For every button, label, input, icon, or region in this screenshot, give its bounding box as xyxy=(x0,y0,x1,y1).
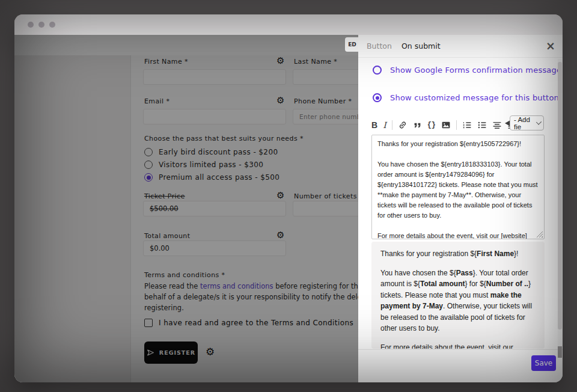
on-submit-panel: Button On submit × Show Google Forms con… xyxy=(358,35,563,382)
option-google-forms-message[interactable]: Show Google Forms confirmation message xyxy=(373,66,561,75)
ordered-list-icon[interactable] xyxy=(462,119,472,131)
blockquote-icon[interactable] xyxy=(413,119,422,131)
option-label: Show Google Forms confirmation message xyxy=(390,66,561,75)
save-button[interactable]: Save xyxy=(531,355,556,371)
traffic-light-dot xyxy=(49,22,55,28)
tab-button[interactable]: Button xyxy=(367,35,392,58)
preview-text: Total amount xyxy=(420,280,465,288)
traffic-light-dot xyxy=(28,22,34,28)
panel-scrollbar-thumb-lower[interactable] xyxy=(558,346,562,358)
preview-text: Number of .. xyxy=(486,280,528,288)
panel-footer: Save xyxy=(358,349,563,382)
align-center-icon[interactable] xyxy=(492,119,502,131)
message-editor-textarea[interactable]: Thanks for your registration ${entry1505… xyxy=(371,135,545,239)
preview-text: } for ${ xyxy=(465,280,486,288)
traffic-light-dot xyxy=(38,22,44,28)
page-content: Registration Form ED First Name * ⚙ Last… xyxy=(14,35,563,382)
link-icon[interactable] xyxy=(398,119,408,131)
preview-text: Pass xyxy=(456,269,473,277)
window-titlebar xyxy=(14,14,563,35)
bold-icon[interactable]: B xyxy=(371,119,377,131)
toolbar-divider xyxy=(392,120,392,130)
code-icon[interactable]: {} xyxy=(427,119,436,131)
toolbar-divider xyxy=(456,120,457,130)
add-field-label: - Add fie xyxy=(514,116,536,130)
panel-header: Button On submit × xyxy=(358,35,563,58)
preview-text: First Name xyxy=(477,250,514,258)
preview-text: For more details about the event, visit … xyxy=(380,343,513,349)
traffic-lights xyxy=(28,22,55,28)
image-icon[interactable] xyxy=(441,119,451,131)
bullet-list-icon[interactable] xyxy=(477,119,487,131)
add-field-select[interactable]: - Add fie xyxy=(510,115,544,130)
option-customized-message[interactable]: Show customized message for this button xyxy=(373,93,559,102)
tab-on-submit[interactable]: On submit xyxy=(401,35,441,58)
radio-icon[interactable] xyxy=(373,93,382,102)
app-window: Registration Form ED First Name * ⚙ Last… xyxy=(14,14,563,382)
preview-text: }! xyxy=(514,250,518,258)
option-label: Show customized message for this button xyxy=(390,93,559,102)
chevron-down-icon xyxy=(536,119,542,124)
close-icon[interactable]: × xyxy=(546,39,555,52)
italic-icon[interactable]: I xyxy=(383,119,386,131)
edit-button[interactable]: ED xyxy=(345,37,359,52)
preview-text: Thanks for your registration ${ xyxy=(380,250,477,258)
editor-toolbar: B I {} xyxy=(371,118,517,132)
message-preview: Thanks for your registration ${First Nam… xyxy=(371,242,545,349)
preview-text: You have chosen the ${ xyxy=(380,269,456,277)
panel-scrollbar-thumb[interactable] xyxy=(558,62,562,329)
radio-icon[interactable] xyxy=(373,66,382,75)
